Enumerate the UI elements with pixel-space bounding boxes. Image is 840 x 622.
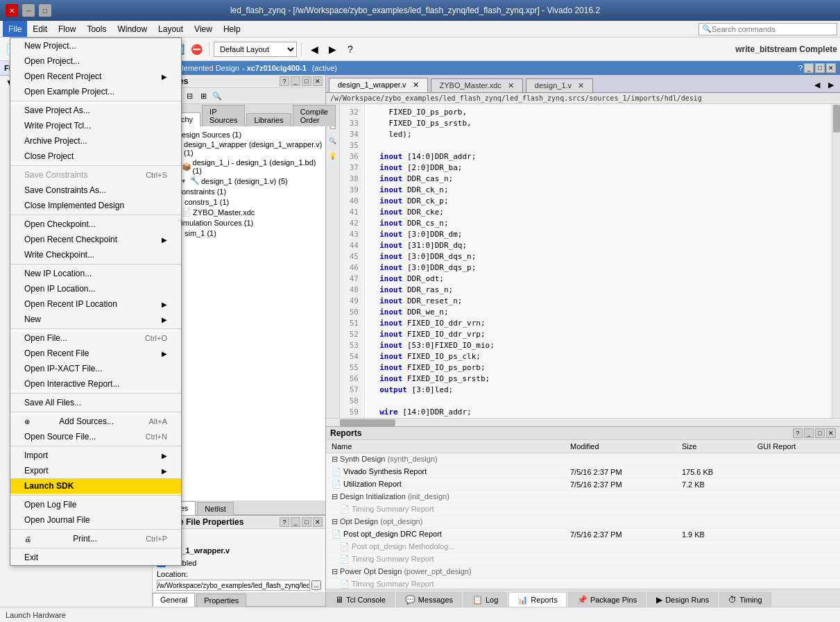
- editor-tab-xdc[interactable]: ZYBO_Master.xdc ✕: [431, 78, 523, 92]
- report-utilization[interactable]: 📄 Utilization Report 7/5/16 2:37 PM 7.2 …: [326, 478, 840, 491]
- dd-open-journal-file[interactable]: Open Journal File: [10, 512, 181, 528]
- dd-archive-project[interactable]: Archive Project...: [10, 133, 181, 149]
- bottom-tab-design-runs[interactable]: ▶ Design Runs: [647, 592, 718, 607]
- fp-location-input[interactable]: [157, 580, 310, 591]
- expand-all-btn[interactable]: ⊞: [197, 90, 209, 102]
- sources-close-btn[interactable]: ✕: [313, 76, 323, 86]
- menu-file[interactable]: File: [3, 21, 27, 37]
- collapse-all-btn[interactable]: ⊟: [183, 90, 196, 102]
- restore-panel-btn[interactable]: □: [815, 63, 825, 73]
- filter-btn[interactable]: 🔍: [211, 90, 223, 102]
- help-btn[interactable]: ?: [342, 41, 359, 58]
- dd-save-project-as[interactable]: Save Project As...: [10, 103, 181, 118]
- tab-libraries[interactable]: Libraries: [246, 113, 291, 126]
- sources-help-btn[interactable]: ?: [280, 76, 289, 86]
- dd-open-source-file[interactable]: Open Source File... Ctrl+N: [10, 429, 181, 444]
- bottom-tab-package-pins[interactable]: 📌 Package Pins: [568, 592, 646, 607]
- menu-help[interactable]: Help: [218, 21, 246, 37]
- bottom-tab-tcl[interactable]: 🖥 Tcl Console: [326, 592, 395, 607]
- gutter-icon-4[interactable]: 💡: [329, 153, 336, 160]
- reports-close-btn[interactable]: ✕: [826, 428, 836, 438]
- close-button[interactable]: ✕: [6, 4, 18, 17]
- minimize-panel-btn[interactable]: _: [804, 63, 814, 73]
- bottom-tab-log[interactable]: 📋 Log: [463, 592, 507, 607]
- maximize-button[interactable]: □: [39, 4, 51, 17]
- dd-print[interactable]: 🖨Print... Ctrl+P: [10, 531, 181, 546]
- dd-export[interactable]: Export ▶: [10, 463, 181, 478]
- close-tab-design1[interactable]: ✕: [578, 81, 584, 90]
- editor-tab-wrapper[interactable]: design_1_wrapper.v ✕: [329, 78, 428, 92]
- fp-browse-btn[interactable]: ...: [311, 580, 321, 590]
- prev-btn[interactable]: ◀: [306, 41, 323, 58]
- dd-exit[interactable]: Exit: [10, 550, 181, 565]
- close-tab-xdc[interactable]: ✕: [508, 81, 514, 90]
- dd-open-project[interactable]: Open Project...: [10, 53, 181, 69]
- fp-close-btn[interactable]: ✕: [313, 517, 323, 527]
- editor-scrollbar[interactable]: [832, 104, 840, 418]
- gutter-icon-3[interactable]: 🔍: [329, 137, 336, 144]
- dd-open-checkpoint[interactable]: Open Checkpoint...: [10, 217, 181, 232]
- editor-tab-design1[interactable]: design_1.v ✕: [526, 78, 593, 92]
- close-panel-btn[interactable]: ✕: [826, 63, 836, 73]
- tab-compile-order[interactable]: Compile Order: [293, 105, 336, 126]
- dd-new-ip-location[interactable]: New IP Location...: [10, 266, 181, 281]
- menu-layout[interactable]: Layout: [153, 21, 189, 37]
- dd-add-sources[interactable]: ⊕Add Sources... Alt+A: [10, 414, 181, 429]
- dd-close-project[interactable]: Close Project: [10, 149, 181, 164]
- forward-btn[interactable]: ▶: [324, 41, 341, 58]
- dd-open-interactive-report[interactable]: Open Interactive Report...: [10, 376, 181, 392]
- dd-open-ip-location[interactable]: Open IP Location...: [10, 281, 181, 296]
- reports-min-btn[interactable]: _: [804, 428, 814, 438]
- hscroll-thumb[interactable]: [340, 419, 395, 426]
- dd-open-recent-ip-location[interactable]: Open Recent IP Location ▶: [10, 296, 181, 312]
- report-timing-init[interactable]: 📄 Timing Summary Report: [326, 503, 840, 516]
- sources-min-btn[interactable]: _: [291, 76, 300, 86]
- fp-tab-properties[interactable]: Properties: [196, 594, 246, 607]
- bottom-tab-reports[interactable]: 📊 Reports: [508, 592, 567, 607]
- close-tab-wrapper[interactable]: ✕: [413, 81, 419, 89]
- dd-new-project[interactable]: New Project...: [10, 38, 181, 53]
- code-content[interactable]: FIXED_IO_ps_porb, FIXED_IO_ps_srstb, led…: [365, 104, 832, 418]
- dd-open-file[interactable]: Open File... Ctrl+O: [10, 330, 181, 346]
- dd-write-project-tcl[interactable]: Write Project Tcl...: [10, 118, 181, 133]
- dd-write-checkpoint[interactable]: Write Checkpoint...: [10, 247, 181, 262]
- editor-hscrollbar[interactable]: [326, 418, 840, 426]
- menu-view[interactable]: View: [189, 21, 218, 37]
- code-area[interactable]: 3233343536373839404142434445464748495051…: [340, 104, 832, 418]
- dd-open-recent-checkpoint[interactable]: Open Recent Checkpoint ▶: [10, 232, 181, 247]
- fp-max-btn[interactable]: □: [302, 517, 311, 527]
- dd-open-ip-xact[interactable]: Open IP-XACT File...: [10, 361, 181, 376]
- dd-open-recent-file[interactable]: Open Recent File ▶: [10, 346, 181, 361]
- bottom-tab-messages[interactable]: 💬 Messages: [396, 592, 462, 607]
- next-tab-btn[interactable]: ▶: [825, 79, 837, 92]
- layout-dropdown[interactable]: Default Layout: [214, 42, 297, 57]
- sub-tab-netlist[interactable]: Netlist: [197, 502, 234, 515]
- dd-open-example[interactable]: Open Example Project...: [10, 84, 181, 99]
- report-vivado-synthesis[interactable]: 📄 Vivado Synthesis Report 7/5/16 2:37 PM…: [326, 466, 840, 478]
- menu-tools[interactable]: Tools: [81, 21, 112, 37]
- stop-btn[interactable]: ⛔: [188, 41, 205, 58]
- menu-search-box[interactable]: 🔍: [698, 23, 837, 35]
- menu-window[interactable]: Window: [112, 21, 153, 37]
- dd-open-log-file[interactable]: Open Log File: [10, 497, 181, 512]
- bottom-tab-timing[interactable]: ⏱ Timing: [719, 592, 771, 607]
- minimize-button[interactable]: ─: [22, 4, 35, 17]
- fp-min-btn[interactable]: _: [291, 517, 300, 527]
- fp-help-btn[interactable]: ?: [280, 517, 289, 527]
- report-drc[interactable]: 📄 Post opt_design DRC Report 7/5/16 2:37…: [326, 528, 840, 541]
- report-timing-power[interactable]: 📄 Timing Summary Report: [326, 578, 840, 589]
- dd-save-all-files[interactable]: Save All Files...: [10, 395, 181, 410]
- tab-ip-sources[interactable]: IP Sources: [202, 105, 245, 126]
- dd-close-implemented-design[interactable]: Close Implemented Design: [10, 198, 181, 213]
- menu-flow[interactable]: Flow: [53, 21, 81, 37]
- scroll-thumb[interactable]: [833, 105, 840, 133]
- dd-save-constraints-as[interactable]: Save Constraints As...: [10, 183, 181, 198]
- report-timing-opt[interactable]: 📄 Timing Summary Report: [326, 553, 840, 566]
- prev-tab-btn[interactable]: ◀: [811, 79, 823, 92]
- dd-launch-sdk[interactable]: Launch SDK: [10, 478, 181, 494]
- dd-import[interactable]: Import ▶: [10, 448, 181, 463]
- menu-edit[interactable]: Edit: [27, 21, 53, 37]
- sources-max-btn[interactable]: □: [302, 76, 311, 86]
- search-input[interactable]: [712, 25, 830, 33]
- dd-open-recent-project[interactable]: Open Recent Project ▶: [10, 69, 181, 84]
